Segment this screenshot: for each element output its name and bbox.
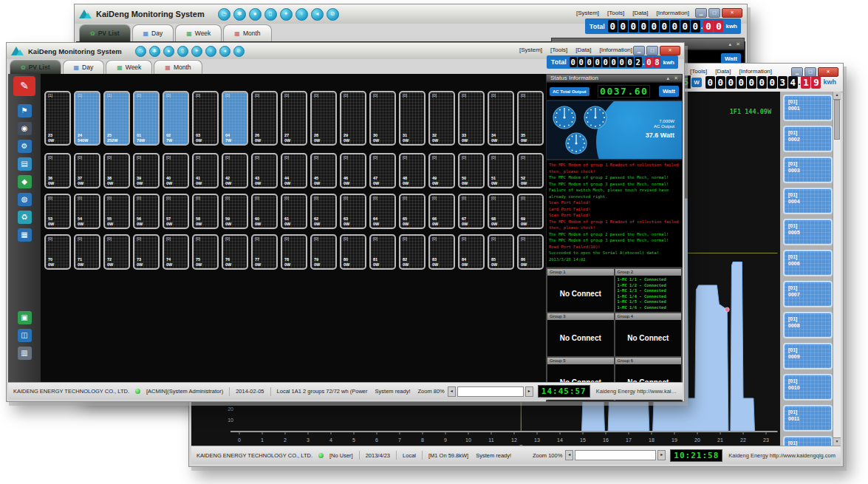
pv-panel-tile[interactable]: [0]310W — [399, 91, 426, 146]
menu-information[interactable]: [Information] — [657, 10, 689, 16]
pv-panel-tile[interactable]: [0]840W — [458, 234, 485, 270]
tab-day[interactable]: ▦Day — [132, 24, 174, 41]
pv-panel-tile[interactable]: [0]750W — [192, 234, 219, 270]
pv-panel-tile[interactable]: [0]650W — [399, 194, 426, 229]
device-list-item[interactable]: [01]0004 — [783, 188, 833, 214]
device-list-item[interactable]: [01]0007 — [783, 281, 833, 307]
device-list-scrollbar[interactable]: ▲▼ — [833, 92, 841, 446]
device-list-item[interactable]: [01]0009 — [783, 343, 833, 369]
minimize-button[interactable]: ▁ — [633, 46, 645, 55]
menu-tools[interactable]: [Tools] — [607, 10, 624, 16]
pv-panel-tile[interactable]: [0]030W — [192, 91, 219, 146]
pv-panel-tile[interactable]: [0]0179W — [133, 91, 160, 146]
pv-panel-tile[interactable]: [0]470W — [369, 153, 396, 188]
pv-panel-tile[interactable]: [0]410W — [192, 153, 219, 188]
device-list-item[interactable]: [01]0003 — [783, 157, 833, 183]
pv-panel-tile[interactable]: [0]770W — [251, 234, 278, 270]
data-point-marker[interactable] — [725, 307, 729, 312]
zoom-right-arrow[interactable]: ► — [657, 450, 666, 460]
pv-panel-tile[interactable]: [0]790W — [310, 234, 337, 270]
pv-panel-tile[interactable]: [0]730W — [133, 234, 160, 270]
pv-panel-tile[interactable]: [0]420W — [222, 153, 248, 188]
group-cell[interactable]: Group 21-MC 1/1 - Connected1-MC 1/2 - Co… — [615, 269, 682, 312]
pv-panel-tile[interactable]: [0]490W — [428, 153, 455, 188]
pv-panel-tile[interactable]: [0]480W — [399, 153, 426, 188]
tab-pv-list[interactable]: ✿PV List — [10, 60, 61, 74]
save-icon[interactable]: ◫ — [18, 329, 32, 342]
group-cell[interactable]: Group 4No Connect — [615, 313, 682, 356]
close-button[interactable]: ✕ — [722, 8, 742, 18]
refresh-icon[interactable]: ♻ — [18, 211, 32, 224]
pv-panel-tile[interactable]: [0]440W — [281, 153, 307, 188]
pv-panel-tile[interactable]: [0]810W — [369, 234, 396, 270]
device-list-item[interactable]: [01]0002 — [783, 126, 833, 152]
globe-icon[interactable]: ◍ — [18, 193, 32, 206]
device-list-item[interactable]: [01]0011 — [783, 405, 833, 432]
pv-panel-tile[interactable]: [0]430W — [251, 153, 278, 188]
book-icon[interactable]: ▯ — [264, 8, 277, 21]
pv-panel-tile[interactable]: [0]380W — [103, 153, 130, 188]
pv-panel-tile[interactable]: [0]820W — [399, 234, 426, 270]
zoom-slider[interactable] — [457, 386, 524, 397]
group-cell[interactable]: Group 1No Connect — [547, 269, 614, 312]
settings-icon[interactable]: ⚙ — [18, 140, 32, 153]
pv-panel-tile[interactable]: [0]320W — [428, 91, 455, 146]
settings-icon[interactable]: ✱ — [149, 46, 160, 57]
pv-panel-tile[interactable]: [0]280W — [310, 91, 337, 146]
pv-panel-tile[interactable]: [0]660W — [428, 194, 455, 229]
pin-icon[interactable]: ♀ — [205, 46, 216, 57]
power-icon[interactable]: ◉ — [18, 122, 32, 135]
pv-panel-tile[interactable]: [0]390W — [133, 153, 160, 188]
panel-close-icon[interactable]: ✕ — [736, 41, 740, 47]
help-icon[interactable]: ⊘ — [233, 46, 245, 57]
menu-information[interactable]: [Information] — [600, 47, 632, 53]
pv-panel-tile[interactable]: [0]520W — [517, 153, 544, 188]
menu-system[interactable]: [System] — [576, 10, 599, 16]
pv-panel-tile[interactable]: [0]630W — [340, 194, 366, 229]
pv-panel-tile[interactable]: [0]530W — [44, 194, 71, 229]
help-icon[interactable]: ⊘ — [327, 8, 339, 21]
panel-collapse-icon[interactable]: ▴ — [728, 41, 731, 47]
pv-panel-tile[interactable]: [0]740W — [163, 234, 189, 270]
device-list-item[interactable]: [01]0006 — [783, 250, 833, 276]
lock-icon[interactable]: ● — [249, 8, 262, 21]
pv-panel-tile[interactable]: [0]610W — [281, 194, 307, 229]
clock-icon[interactable]: ◷ — [135, 46, 146, 57]
pv-panel-tile[interactable]: [0]690W — [517, 194, 544, 229]
pv-panel-tile[interactable]: [0]270W — [281, 91, 307, 146]
panel-collapse-icon[interactable]: ▴ — [666, 75, 669, 81]
lock-icon[interactable]: ● — [163, 46, 174, 57]
zoom-right-arrow[interactable]: ► — [525, 386, 533, 397]
menu-data[interactable]: [Data] — [632, 10, 648, 16]
tab-week[interactable]: ▦Week — [175, 24, 222, 41]
pv-panel-tile[interactable]: [0]510W — [488, 153, 514, 188]
panel-close-icon[interactable]: ✕ — [674, 75, 678, 81]
pv-panel-tile[interactable]: [0]027W — [163, 91, 189, 146]
pv-panel-tile[interactable]: [0]550W — [103, 194, 130, 229]
pv-panel-tile[interactable]: [0]340W — [488, 91, 514, 146]
zoom-left-arrow[interactable]: ◄ — [565, 450, 573, 460]
clock-icon[interactable]: ◷ — [218, 8, 230, 21]
chart-icon[interactable]: ▦ — [18, 228, 32, 242]
pv-panel-tile[interactable]: [0]860W — [517, 234, 544, 270]
pv-panel-tile[interactable]: [0]710W — [74, 234, 100, 270]
pv-panel-tile[interactable]: [0]760W — [222, 234, 248, 270]
pv-panel-tile[interactable]: [0]780W — [281, 234, 307, 270]
tab-pv-list[interactable]: ✿PV List — [79, 24, 131, 41]
pv-panel-tile[interactable]: [0]260W — [251, 91, 278, 146]
device-list-item[interactable]: [01]0008 — [783, 312, 833, 338]
back-icon[interactable]: ◂ — [311, 8, 324, 21]
pv-panel-tile[interactable]: [0]360W — [44, 153, 71, 188]
pv-panel-tile[interactable]: [0]460W — [340, 153, 366, 188]
tab-month[interactable]: ▦Month — [223, 24, 271, 41]
device-list-item[interactable]: [01]0001 — [783, 95, 833, 121]
shield-icon[interactable]: ◆ — [18, 175, 32, 188]
tab-day[interactable]: ▦Day — [63, 60, 105, 74]
tab-month[interactable]: ▦Month — [154, 60, 202, 74]
flag-icon[interactable]: ⚑ — [18, 104, 32, 117]
print-icon[interactable]: ▥ — [18, 347, 32, 360]
pv-panel-tile[interactable]: [0]580W — [192, 194, 219, 229]
scroll-up-icon[interactable]: ▲ — [833, 92, 841, 100]
pv-panel-tile[interactable]: [0]560W — [133, 194, 160, 229]
scroll-thumb[interactable] — [834, 100, 840, 140]
